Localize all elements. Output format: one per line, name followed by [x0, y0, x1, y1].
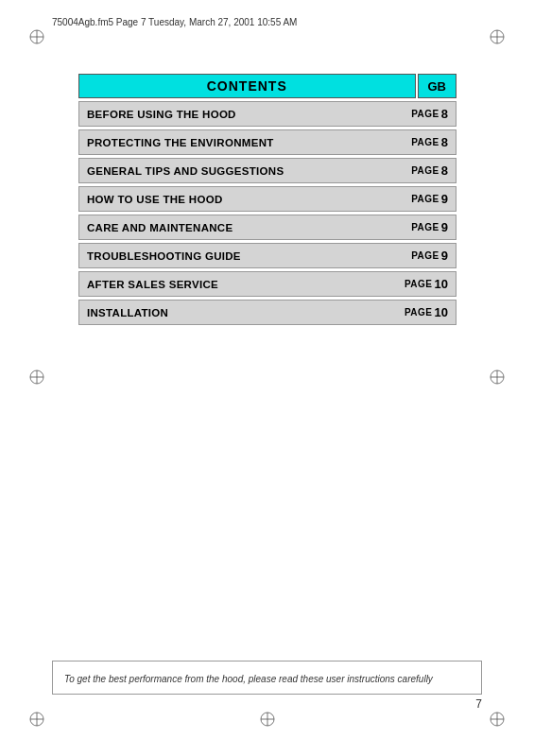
toc-row-title: GENERAL TIPS AND SUGGESTIONS [79, 159, 385, 182]
toc-row-page: PAGE 8 [385, 130, 456, 154]
toc-row: TROUBLESHOOTING GUIDEPAGE 9 [78, 243, 456, 268]
page-label: PAGE [411, 165, 439, 176]
page-number: 7 [475, 697, 482, 711]
page-num: 9 [441, 220, 448, 234]
toc-row-title: AFTER SALES SERVICE [79, 272, 385, 296]
crosshair-bot-left [28, 711, 45, 728]
gb-box: GB [418, 74, 457, 98]
toc-row: AFTER SALES SERVICEPAGE 10 [78, 271, 456, 297]
contents-title-row: CONTENTS GB [78, 74, 456, 98]
file-info: 75004Agb.fm5 Page 7 Tuesday, March 27, 2… [52, 17, 297, 27]
toc-item-title: GENERAL TIPS AND SUGGESTIONS [87, 165, 284, 177]
toc-row-title: PROTECTING THE ENVIRONMENT [79, 130, 385, 154]
crosshair-bot-center [259, 711, 276, 728]
main-content: CONTENTS GB BEFORE USING THE HOODPAGE 8P… [78, 74, 456, 328]
toc-row-page: PAGE 9 [385, 215, 456, 239]
toc-row-page: PAGE 8 [385, 102, 456, 126]
toc-item-title: TROUBLESHOOTING GUIDE [87, 250, 241, 262]
page-num: 8 [441, 107, 448, 121]
toc-item-title: BEFORE USING THE HOOD [87, 109, 236, 120]
toc-item-title: AFTER SALES SERVICE [87, 279, 218, 290]
toc-row-title: HOW TO USE THE HOOD [79, 187, 385, 211]
contents-title-text: CONTENTS [207, 78, 287, 94]
crosshair-mid-left [28, 369, 45, 386]
toc-row-title: INSTALLATION [79, 301, 385, 324]
page-num: 8 [441, 163, 448, 178]
crosshair-top-right [489, 28, 506, 45]
page-num: 9 [441, 249, 448, 263]
page-label: PAGE [411, 137, 439, 147]
toc-item-title: HOW TO USE THE HOOD [87, 194, 223, 205]
toc-row-page: PAGE 8 [385, 159, 456, 182]
toc-row: PROTECTING THE ENVIRONMENTPAGE 8 [78, 129, 456, 155]
contents-title-main: CONTENTS [78, 74, 416, 98]
toc-row-page: PAGE 9 [385, 187, 456, 211]
toc-row-title: TROUBLESHOOTING GUIDE [79, 244, 385, 267]
toc-row-page: PAGE 10 [385, 301, 456, 324]
toc-row-page: PAGE 9 [385, 244, 456, 267]
toc-row-title: CARE AND MAINTENANCE [79, 215, 385, 239]
page-label: PAGE [405, 279, 433, 289]
crosshair-mid-right [489, 369, 506, 386]
page-label: PAGE [411, 222, 439, 232]
page-num: 10 [435, 277, 448, 291]
toc-row-title: BEFORE USING THE HOOD [79, 102, 385, 126]
bottom-note: To get the best performance from the hoo… [52, 661, 482, 695]
page-num: 9 [441, 192, 448, 206]
toc-row: HOW TO USE THE HOODPAGE 9 [78, 186, 456, 212]
toc-row: INSTALLATIONPAGE 10 [78, 300, 456, 325]
crosshair-bot-right [489, 711, 506, 728]
toc-item-title: INSTALLATION [87, 307, 168, 318]
crosshair-top-left [28, 28, 45, 45]
page-label: PAGE [411, 109, 439, 119]
page-label: PAGE [411, 250, 439, 261]
toc-row-page: PAGE 10 [385, 272, 456, 296]
toc-row: BEFORE USING THE HOODPAGE 8 [78, 101, 456, 127]
page-container: 75004Agb.fm5 Page 7 Tuesday, March 27, 2… [0, 0, 534, 756]
gb-label: GB [428, 79, 447, 94]
page-num: 8 [441, 135, 448, 149]
toc-list: BEFORE USING THE HOODPAGE 8PROTECTING TH… [78, 101, 456, 325]
page-label: PAGE [411, 194, 439, 204]
toc-item-title: CARE AND MAINTENANCE [87, 222, 233, 233]
toc-row: GENERAL TIPS AND SUGGESTIONSPAGE 8 [78, 158, 456, 183]
toc-row: CARE AND MAINTENANCEPAGE 9 [78, 215, 456, 240]
bottom-note-text: To get the best performance from the hoo… [64, 674, 433, 684]
header-bar: 75004Agb.fm5 Page 7 Tuesday, March 27, 2… [52, 17, 482, 27]
page-num: 10 [435, 305, 448, 319]
page-label: PAGE [405, 307, 433, 318]
toc-item-title: PROTECTING THE ENVIRONMENT [87, 137, 274, 148]
